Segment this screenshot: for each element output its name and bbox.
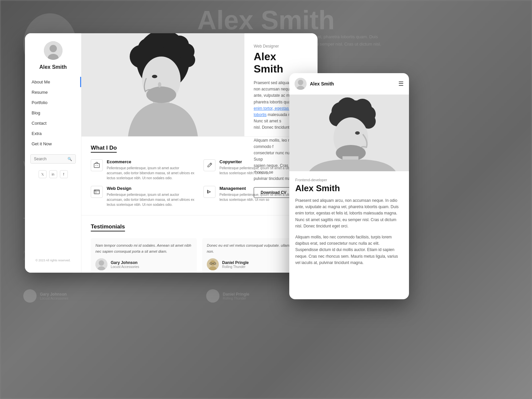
svg-rect-25 [95,192,96,193]
hero-image [81,33,244,136]
testimonial-1: Nam tempor commodo mi id sodales. Aenean… [91,238,197,273]
sidebar-item-contact[interactable]: Contact [25,118,81,128]
web-design-title: Web Design [107,186,196,191]
svg-point-3 [50,45,57,52]
search-icon: 🔍 [67,157,72,161]
service-web-design: Web Design Pellentesque pellentesque, ip… [91,186,196,207]
testimonial-1-author-info: Gary Johnson Locust Accessories [111,260,139,269]
testimonial-1-avatar [95,258,107,270]
svg-point-21 [97,165,98,166]
testimonials-title: Testimonials [91,223,125,231]
testimonial-2-author-info: Daniel Pringle Rolling Thunder [222,260,249,269]
sidebar-item-portfolio[interactable]: Portfolio [25,97,81,108]
sidebar-item-get-it-now[interactable]: Get it Now [25,139,81,149]
sidebar: Alex Smith About Me Resume Portfolio Blo… [25,33,81,273]
sidebar-item-about[interactable]: About Me [25,77,81,87]
testimonial-2-name: Daniel Pringle [222,260,249,265]
testimonial-1-text: Nam tempor commodo mi id sodales. Aenean… [95,243,192,254]
ecommerce-text: Ecommerce Pellentesque pellentesque, ips… [107,159,196,181]
what-i-do-section: What I Do Ecommerce Pellentesq [81,136,318,215]
service-ecommerce: Ecommerce Pellentesque pellentesque, ips… [91,159,196,181]
testimonial-2-avatar [207,258,219,270]
mobile-card: Alex Smith ☰ [289,73,409,299]
mobile-hero-image [289,95,409,171]
testimonial-1-company: Locust Accessories [111,265,139,269]
what-i-do-title: What I Do [91,145,117,153]
hamburger-menu[interactable]: ☰ [398,80,404,87]
sidebar-navigation: About Me Resume Portfolio Blog Contact E… [25,77,81,149]
svg-point-23 [95,190,95,191]
twitter-icon[interactable]: 𝕏 [39,170,47,178]
svg-point-36 [298,80,303,85]
web-design-desc: Pellentesque pellentesque, ipsum sit ame… [107,192,196,207]
svg-point-47 [355,131,360,135]
mobile-header: Alex Smith ☰ [289,73,409,95]
mobile-name-large: Alex Smith [295,183,403,194]
hero-subtitle: Web Designer [254,44,308,49]
sidebar-footer: © 2023 All rights reserved. [30,253,76,267]
services-grid: Ecommerce Pellentesque pellentesque, ips… [91,159,308,207]
mobile-content: Frontend-developer Alex Smith Praesent s… [289,171,409,299]
svg-point-13 [181,53,195,67]
svg-point-30 [210,260,215,266]
web-design-text: Web Design Pellentesque pellentesque, ip… [107,186,196,207]
ecommerce-title: Ecommerce [107,159,196,164]
mobile-header-left: Alex Smith [295,78,334,90]
mobile-desc-1: Praesent sed aliquam arcu, non accumsan … [295,198,403,229]
svg-point-17 [152,75,157,78]
sidebar-user-name: Alex Smith [39,64,67,70]
svg-point-24 [95,190,96,191]
testimonials-grid: Nam tempor commodo mi id sodales. Aenean… [91,238,308,273]
sidebar-item-extra[interactable]: Extra [25,128,81,139]
hero-section: Web Designer Alex Smith Praesent sed ali… [81,33,318,136]
mobile-desc-2: Aliquam mollis, leo nec commodo facilisi… [295,234,403,266]
sidebar-item-resume[interactable]: Resume [25,87,81,97]
desktop-card: Alex Smith About Me Resume Portfolio Blo… [25,33,318,273]
svg-point-18 [158,82,161,87]
testimonial-1-name: Gary Johnson [111,260,139,265]
testimonial-2-company: Rolling Thunder [222,265,249,269]
svg-point-27 [99,260,104,266]
sidebar-search-box: 🔍 [30,154,76,164]
mobile-avatar [295,78,307,90]
hero-name: Alex Smith [254,51,308,75]
testimonials-section: Testimonials Nam tempor commodo mi id so… [81,215,318,273]
linkedin-icon[interactable]: in [49,170,57,178]
main-content: Web Designer Alex Smith Praesent sed ali… [81,33,318,273]
facebook-icon[interactable]: f [60,170,68,178]
search-input[interactable] [34,157,66,161]
ecommerce-desc: Pellentesque pellentesque, ipsum sit ame… [107,166,196,181]
copywriter-icon [203,159,215,171]
web-design-icon [91,186,103,198]
social-links: 𝕏 in f [33,170,73,178]
mobile-subtitle: Frontend-developer [295,178,403,182]
sidebar-avatar [44,41,63,60]
sidebar-item-blog[interactable]: Blog [25,108,81,118]
testimonial-1-author: Gary Johnson Locust Accessories [95,258,192,270]
ecommerce-icon [91,159,103,171]
management-icon [203,186,215,198]
svg-rect-19 [94,164,99,168]
svg-point-16 [146,86,176,103]
mobile-header-name: Alex Smith [310,81,334,86]
svg-point-20 [96,165,96,166]
